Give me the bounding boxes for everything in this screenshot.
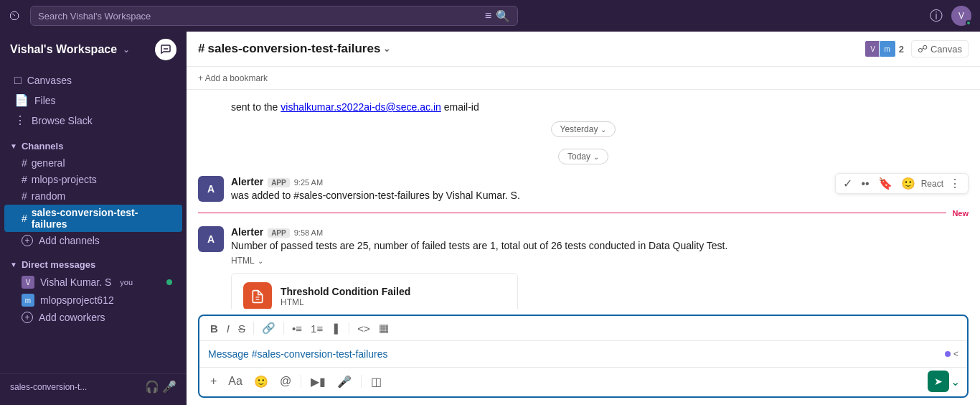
slash-command-button[interactable]: ◫ xyxy=(367,373,385,390)
send-dropdown-icon[interactable]: ⌄ xyxy=(951,375,960,388)
workspace-header[interactable]: Vishal's Workspace ⌄ xyxy=(0,32,187,68)
attachment-info: Threshold Condition Failed HTML xyxy=(281,286,410,307)
top-bar-right: ⓘ V xyxy=(930,6,971,26)
hash-icon: # xyxy=(22,190,27,202)
channels-section-label: Channels xyxy=(22,141,64,152)
channel-header-right: V m 2 ☍ Canvas xyxy=(864,40,969,57)
members-avatars[interactable]: V m 2 xyxy=(864,40,904,57)
message-row-1: A Alerter APP 9:25 AM was added to #sale… xyxy=(187,170,980,206)
add-button[interactable]: + xyxy=(207,373,220,389)
channel-name-general: general xyxy=(32,157,65,169)
message-actions-1: ✓ •• 🔖 🙂 React ⋮ xyxy=(835,173,969,194)
send-area: ➤ ⌄ xyxy=(928,371,960,392)
channel-title[interactable]: # sales-conversion-test-failures ⌄ xyxy=(198,42,390,56)
history-icon[interactable]: ⏲ xyxy=(9,9,22,24)
channels-section-header[interactable]: ▼ Channels xyxy=(0,136,187,154)
send-button[interactable]: ➤ xyxy=(928,371,949,392)
strikethrough-button[interactable]: S xyxy=(235,321,249,336)
attachment-icon xyxy=(243,282,272,309)
text-format-button[interactable]: Aa xyxy=(225,373,246,389)
sidebar-item-browse-slack[interactable]: ⋮ Browse Slack xyxy=(4,111,182,130)
search-bar[interactable]: Search Vishal's Workspace ≡ 🔍 xyxy=(30,6,518,26)
canvases-icon: □ xyxy=(14,74,22,87)
audio-button[interactable]: 🎤 xyxy=(334,373,355,390)
add-channels-item[interactable]: + Add channels xyxy=(4,233,182,248)
message-row-2: A Alerter APP 9:58 AM Number of passed t… xyxy=(187,220,980,309)
link-button[interactable]: 🔗 xyxy=(258,320,279,336)
channels-chevron-icon: ▼ xyxy=(10,142,17,150)
content-area: # sales-conversion-test-failures ⌄ V m 2… xyxy=(187,32,980,405)
search-icon[interactable]: 🔍 xyxy=(496,9,510,23)
add-bookmark-button[interactable]: + Add a bookmark xyxy=(198,73,268,83)
expand-icon[interactable]: < xyxy=(953,349,958,359)
attachment-card[interactable]: Threshold Condition Failed HTML xyxy=(231,273,518,309)
sidebar-item-canvases[interactable]: □ Canvases xyxy=(4,71,182,90)
date-divider-yesterday: Yesterday ⌄ xyxy=(187,116,980,143)
help-icon[interactable]: ⓘ xyxy=(930,7,943,24)
mention-button[interactable]: @ xyxy=(276,373,295,389)
more-action[interactable]: ⋮ xyxy=(946,175,963,192)
headphone-icon[interactable]: 🎧 xyxy=(145,380,159,394)
avatar[interactable]: V xyxy=(951,6,971,26)
message-input-field[interactable]: Message #sales-conversion-test-failures … xyxy=(199,341,967,367)
today-label: Today xyxy=(567,152,590,162)
add-circle-icon: + xyxy=(22,235,33,246)
msg-header-2: Alerter APP 9:58 AM xyxy=(231,226,969,238)
bookmark-action[interactable]: 🔖 xyxy=(875,175,895,192)
date-divider-today: Today ⌄ xyxy=(187,143,980,170)
sidebar-channel-random[interactable]: # random xyxy=(4,188,182,204)
message-fragment: sent to the vishalkumar.s2022ai-ds@sece.… xyxy=(187,96,980,116)
you-label: you xyxy=(120,278,133,287)
sidebar-dm-vishal[interactable]: V Vishal Kumar. S you xyxy=(4,274,182,291)
unordered-list-button[interactable]: •≡ xyxy=(288,321,306,336)
dots-action[interactable]: •• xyxy=(858,176,872,192)
sidebar-dm-mlopsproject[interactable]: m mlopsproject612 xyxy=(4,292,182,309)
new-message-button[interactable] xyxy=(155,39,176,60)
filter-icon[interactable]: ≡ xyxy=(485,9,491,23)
dm-section-header[interactable]: ▼ Direct messages xyxy=(0,255,187,273)
msg-author-1: Alerter xyxy=(231,176,263,187)
react-label[interactable]: React xyxy=(921,179,943,189)
today-pill[interactable]: Today ⌄ xyxy=(558,149,608,164)
add-coworkers-circle-icon: + xyxy=(22,312,33,323)
sidebar-channel-mlops-projects[interactable]: # mlops-projects xyxy=(4,172,182,187)
microphone-icon[interactable]: 🎤 xyxy=(162,380,176,394)
channel-dropdown-icon[interactable]: ⌄ xyxy=(383,44,390,54)
member-avatar-2: m xyxy=(879,40,896,57)
dm-avatar-vishal: V xyxy=(22,276,34,289)
date-chevron-icon: ⌄ xyxy=(600,126,606,134)
html-chevron-icon: ⌄ xyxy=(258,257,263,265)
canvas-button[interactable]: ☍ Canvas xyxy=(911,40,969,57)
sidebar-channel-sales-conversion[interactable]: # sales-conversion-test-failures xyxy=(4,205,182,232)
html-badge[interactable]: HTML ⌄ xyxy=(231,253,969,269)
sidebar-item-files[interactable]: 📄 Files xyxy=(4,90,182,110)
attachment-type: HTML xyxy=(281,297,410,307)
code-button[interactable]: <> xyxy=(354,321,374,336)
emoji-button[interactable]: 🙂 xyxy=(250,373,272,390)
code-block-button[interactable]: ▦ xyxy=(375,320,392,336)
messages-area: sent to the vishalkumar.s2022ai-ds@sece.… xyxy=(187,90,980,309)
bold-button[interactable]: B xyxy=(207,321,222,336)
add-coworkers-item[interactable]: + Add coworkers xyxy=(4,309,182,325)
sidebar-channel-general[interactable]: # general xyxy=(4,155,182,171)
yesterday-pill[interactable]: Yesterday ⌄ xyxy=(551,121,616,137)
dm-name-vishal: Vishal Kumar. S xyxy=(40,276,111,288)
main-layout: Vishal's Workspace ⌄ □ Canvases 📄 Files … xyxy=(0,32,980,405)
sidebar: Vishal's Workspace ⌄ □ Canvases 📄 Files … xyxy=(0,32,187,405)
hash-icon: # xyxy=(22,213,27,224)
avatar-spacer xyxy=(198,101,224,113)
footer-toggle: 🎧 🎤 xyxy=(145,380,176,394)
video-button[interactable]: ▶▮ xyxy=(307,373,329,390)
block-quote-button[interactable]: ❚ xyxy=(328,320,344,336)
msg-author-2: Alerter xyxy=(231,226,263,238)
email-link[interactable]: vishalkumar.s2022ai-ds@sece.ac.in xyxy=(281,101,441,113)
react-action[interactable]: 🙂 xyxy=(898,175,918,192)
msg-avatar-alerter-1: A xyxy=(198,176,224,202)
online-dot xyxy=(966,20,971,26)
italic-button[interactable]: I xyxy=(223,321,233,336)
ordered-list-button[interactable]: 1≡ xyxy=(307,321,326,336)
sidebar-footer[interactable]: sales-conversion-t... 🎧 🎤 xyxy=(0,373,187,399)
canvas-label: Canvas xyxy=(930,44,962,55)
sidebar-nav-section: □ Canvases 📄 Files ⋮ Browse Slack xyxy=(0,68,187,134)
checkmark-action[interactable]: ✓ xyxy=(840,175,855,192)
